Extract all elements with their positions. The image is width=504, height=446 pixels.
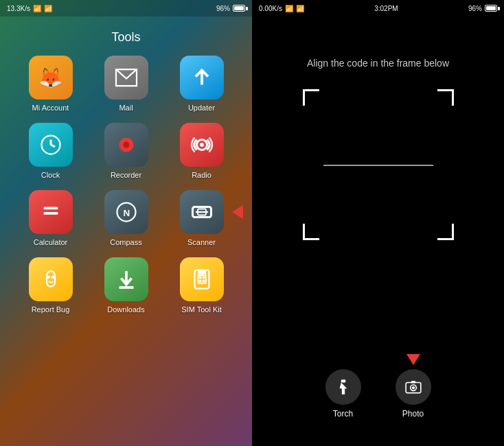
app-calculator[interactable]: Calculator xyxy=(20,190,82,246)
torch-button[interactable]: Torch xyxy=(325,369,361,419)
scanner-label: Scanner xyxy=(187,238,216,246)
scan-frame xyxy=(303,89,454,240)
compass-icon: N xyxy=(104,190,148,234)
left-speed: 13.3K/s xyxy=(7,5,30,12)
left-status-left: 13.3K/s 📶 📶 xyxy=(7,5,52,12)
calculator-svg xyxy=(38,200,63,224)
left-status-bar: 13.3K/s 📶 📶 96% xyxy=(0,0,252,16)
right-signal-icon: 📶 xyxy=(296,5,304,12)
corner-br xyxy=(437,224,454,240)
svg-rect-30 xyxy=(411,381,415,383)
app-scanner[interactable]: Scanner xyxy=(171,190,233,246)
battery-icon xyxy=(233,5,245,12)
updater-svg xyxy=(190,65,214,90)
corner-tr xyxy=(437,89,454,106)
scanner-arrow xyxy=(232,205,243,219)
svg-rect-26 xyxy=(341,379,345,382)
photo-label: Photo xyxy=(402,409,424,419)
svg-rect-24 xyxy=(202,280,205,283)
sim-tool-icon xyxy=(180,257,224,301)
mail-icon xyxy=(104,56,148,99)
report-bug-icon xyxy=(29,257,73,301)
photo-arrow xyxy=(406,354,420,365)
updater-label: Updater xyxy=(188,104,215,112)
app-report-bug[interactable]: Report Bug xyxy=(20,257,82,314)
recorder-icon xyxy=(104,123,148,167)
right-time: 3:02PM xyxy=(374,5,398,12)
calculator-label: Calculator xyxy=(34,238,68,246)
clock-icon xyxy=(29,123,73,167)
app-mail[interactable]: Mail xyxy=(95,56,157,112)
mail-svg xyxy=(114,65,139,90)
svg-rect-9 xyxy=(43,212,58,215)
radio-icon xyxy=(180,123,224,167)
recorder-svg xyxy=(114,132,139,157)
scan-instruction: Align the code in the frame below xyxy=(307,58,449,69)
updater-icon xyxy=(180,56,224,99)
svg-rect-21 xyxy=(198,277,201,279)
svg-rect-22 xyxy=(202,277,205,279)
left-status-right: 96% xyxy=(216,5,245,12)
right-status-right: 96% xyxy=(468,5,497,12)
report-bug-label: Report Bug xyxy=(32,305,70,314)
scan-line xyxy=(323,165,433,166)
recorder-label: Recorder xyxy=(111,171,141,179)
downloads-svg xyxy=(114,267,139,292)
torch-label: Torch xyxy=(333,409,353,419)
downloads-icon xyxy=(104,257,148,301)
app-compass[interactable]: N Compass xyxy=(95,190,157,246)
right-panel: 0.00K/s 📶 📶 3:02PM 96% Align the code in… xyxy=(252,0,504,446)
svg-point-15 xyxy=(47,276,50,279)
right-wifi-icon: 📶 xyxy=(285,5,293,12)
photo-button[interactable]: Photo xyxy=(396,369,431,419)
app-recorder[interactable]: Recorder xyxy=(95,123,157,179)
right-battery-pct: 96% xyxy=(468,5,482,12)
svg-rect-23 xyxy=(198,280,201,283)
app-updater[interactable]: Updater xyxy=(171,56,233,112)
svg-rect-8 xyxy=(43,207,58,210)
left-battery: 96% xyxy=(216,5,230,12)
scanner-icon xyxy=(180,190,224,234)
right-status-left: 0.00K/s 📶 📶 xyxy=(259,5,304,12)
app-clock[interactable]: Clock xyxy=(20,123,82,179)
app-sim-tool[interactable]: SIM Tool Kit xyxy=(171,257,233,314)
torch-svg xyxy=(334,378,352,396)
radio-label: Radio xyxy=(192,171,211,179)
clock-svg xyxy=(38,132,63,157)
compass-svg: N xyxy=(114,200,139,224)
sim-tool-label: SIM Tool Kit xyxy=(181,305,222,314)
svg-rect-25 xyxy=(198,270,206,274)
report-bug-svg xyxy=(38,267,63,292)
radio-svg xyxy=(190,132,214,157)
svg-text:N: N xyxy=(123,208,130,218)
signal-icon: 📶 xyxy=(44,5,52,12)
svg-point-16 xyxy=(51,276,54,279)
bottom-controls: Torch Photo xyxy=(325,369,431,419)
svg-point-5 xyxy=(123,142,129,148)
photo-icon xyxy=(396,369,431,405)
app-radio[interactable]: Radio xyxy=(171,123,233,179)
svg-line-3 xyxy=(51,145,55,147)
calculator-icon xyxy=(29,190,73,234)
torch-icon xyxy=(325,369,361,405)
left-panel: 13.3K/s 📶 📶 96% Tools 🦊 Mi Account Ma xyxy=(0,0,252,446)
scanner-svg xyxy=(190,200,214,224)
right-speed: 0.00K/s xyxy=(259,5,282,12)
right-battery-icon xyxy=(485,5,497,12)
tools-title: Tools xyxy=(111,30,140,45)
svg-point-31 xyxy=(411,386,414,389)
compass-label: Compass xyxy=(110,238,141,246)
app-mi-account[interactable]: 🦊 Mi Account xyxy=(20,56,82,112)
svg-point-7 xyxy=(200,143,204,147)
wifi-icon: 📶 xyxy=(33,5,41,12)
app-grid: 🦊 Mi Account Mail Updater xyxy=(6,56,247,314)
mail-label: Mail xyxy=(119,104,133,112)
downloads-label: Downloads xyxy=(107,305,144,314)
corner-bl xyxy=(303,224,319,240)
mi-account-label: Mi Account xyxy=(32,104,69,112)
clock-label: Clock xyxy=(41,171,60,179)
sim-tool-svg xyxy=(190,267,214,292)
mi-account-icon: 🦊 xyxy=(29,56,73,99)
photo-svg xyxy=(404,378,422,396)
app-downloads[interactable]: Downloads xyxy=(95,257,157,314)
